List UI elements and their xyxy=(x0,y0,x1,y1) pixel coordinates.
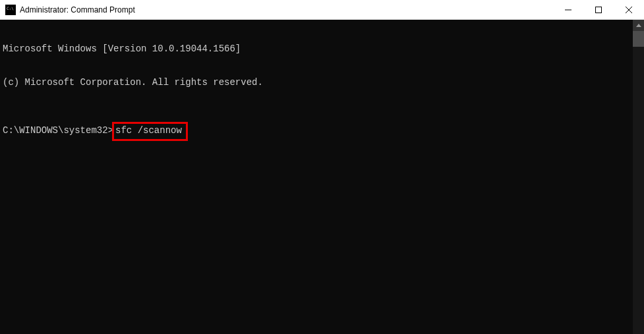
banner-line-1: Microsoft Windows [Version 10.0.19044.15… xyxy=(3,43,630,55)
close-button[interactable] xyxy=(614,0,644,19)
close-icon xyxy=(626,7,632,13)
terminal-container: Microsoft Windows [Version 10.0.19044.15… xyxy=(0,20,644,334)
maximize-button[interactable] xyxy=(583,0,614,19)
svg-rect-1 xyxy=(596,7,602,13)
scrollbar-up-button[interactable] xyxy=(633,20,644,31)
banner-line-2: (c) Microsoft Corporation. All rights re… xyxy=(3,77,630,88)
prompt-prefix: C:\WINDOWS\system32> xyxy=(3,125,113,136)
window-title: Administrator: Command Prompt xyxy=(20,5,135,14)
titlebar-left: Administrator: Command Prompt xyxy=(0,5,135,15)
scrollbar[interactable] xyxy=(633,20,644,334)
window-controls xyxy=(553,0,644,19)
minimize-icon xyxy=(565,7,571,13)
cmd-icon xyxy=(5,5,16,15)
prompt-line: C:\WINDOWS\system32> sfc /scannow xyxy=(3,122,630,141)
minimize-button[interactable] xyxy=(553,0,583,19)
maximize-icon xyxy=(595,7,602,13)
command-highlight: sfc /scannow xyxy=(112,122,188,141)
terminal-content[interactable]: Microsoft Windows [Version 10.0.19044.15… xyxy=(0,20,633,334)
scrollbar-thumb[interactable] xyxy=(633,31,644,47)
titlebar: Administrator: Command Prompt xyxy=(0,0,644,20)
